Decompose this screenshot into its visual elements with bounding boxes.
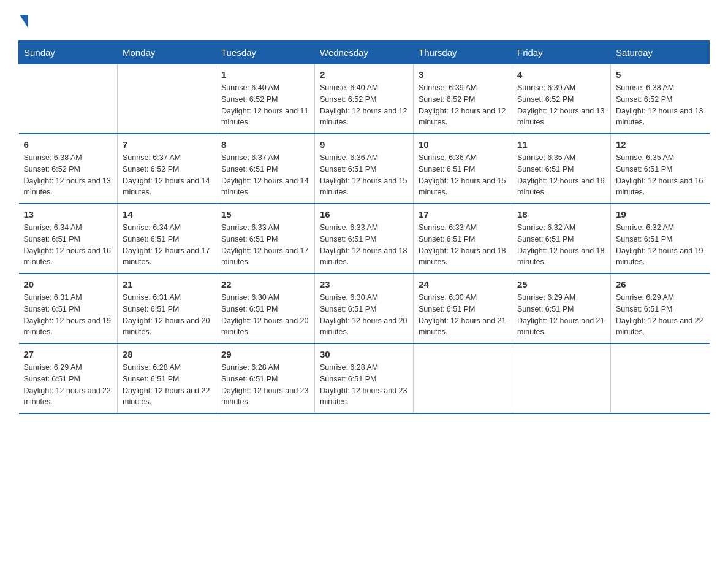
calendar-cell: 26Sunrise: 6:29 AMSunset: 6:51 PMDayligh… [611,274,710,343]
calendar-cell: 21Sunrise: 6:31 AMSunset: 6:51 PMDayligh… [118,274,216,343]
weekday-header-saturday: Saturday [611,41,710,64]
weekday-header-tuesday: Tuesday [216,41,315,64]
day-info: Sunrise: 6:40 AMSunset: 6:52 PMDaylight:… [221,82,309,128]
calendar-cell: 19Sunrise: 6:32 AMSunset: 6:51 PMDayligh… [611,204,710,274]
calendar-cell: 15Sunrise: 6:33 AMSunset: 6:51 PMDayligh… [216,204,315,274]
day-number: 8 [221,139,309,150]
calendar-cell: 24Sunrise: 6:30 AMSunset: 6:51 PMDayligh… [414,274,512,343]
calendar-cell [611,343,710,413]
calendar-cell: 10Sunrise: 6:36 AMSunset: 6:51 PMDayligh… [414,134,512,204]
calendar-cell: 18Sunrise: 6:32 AMSunset: 6:51 PMDayligh… [512,204,611,274]
header [18,12,710,28]
calendar-cell: 22Sunrise: 6:30 AMSunset: 6:51 PMDayligh… [216,274,315,343]
day-info: Sunrise: 6:30 AMSunset: 6:51 PMDaylight:… [320,292,408,338]
day-info: Sunrise: 6:36 AMSunset: 6:51 PMDaylight:… [320,152,408,198]
calendar-cell: 4Sunrise: 6:39 AMSunset: 6:52 PMDaylight… [512,64,611,134]
day-number: 12 [616,139,705,150]
day-number: 20 [24,279,113,289]
calendar-cell [19,64,118,134]
day-info: Sunrise: 6:33 AMSunset: 6:51 PMDaylight:… [419,222,507,268]
calendar-cell: 1Sunrise: 6:40 AMSunset: 6:52 PMDaylight… [216,64,315,134]
day-number: 23 [320,279,408,289]
day-number: 22 [221,279,309,289]
day-info: Sunrise: 6:35 AMSunset: 6:51 PMDaylight:… [517,152,605,198]
weekday-header-thursday: Thursday [414,41,512,64]
day-number: 30 [320,349,408,359]
day-info: Sunrise: 6:29 AMSunset: 6:51 PMDaylight:… [517,292,605,338]
day-info: Sunrise: 6:30 AMSunset: 6:51 PMDaylight:… [221,292,309,338]
calendar-table: SundayMondayTuesdayWednesdayThursdayFrid… [18,40,710,414]
day-number: 21 [123,279,211,289]
day-number: 15 [221,209,309,220]
day-info: Sunrise: 6:38 AMSunset: 6:52 PMDaylight:… [616,82,705,128]
calendar-cell: 29Sunrise: 6:28 AMSunset: 6:51 PMDayligh… [216,343,315,413]
week-row-4: 20Sunrise: 6:31 AMSunset: 6:51 PMDayligh… [19,274,710,343]
calendar-cell [118,64,216,134]
day-number: 29 [221,349,309,359]
day-number: 1 [221,69,309,80]
day-number: 19 [616,209,705,220]
calendar-cell: 30Sunrise: 6:28 AMSunset: 6:51 PMDayligh… [315,343,414,413]
day-number: 9 [320,139,408,150]
day-info: Sunrise: 6:39 AMSunset: 6:52 PMDaylight:… [419,82,507,128]
calendar-cell: 6Sunrise: 6:38 AMSunset: 6:52 PMDaylight… [19,134,118,204]
day-info: Sunrise: 6:30 AMSunset: 6:51 PMDaylight:… [419,292,507,338]
day-info: Sunrise: 6:40 AMSunset: 6:52 PMDaylight:… [320,82,408,128]
day-info: Sunrise: 6:32 AMSunset: 6:51 PMDaylight:… [517,222,605,268]
day-info: Sunrise: 6:34 AMSunset: 6:51 PMDaylight:… [123,222,211,268]
weekday-header-row: SundayMondayTuesdayWednesdayThursdayFrid… [19,41,710,64]
weekday-header-friday: Friday [512,41,611,64]
day-info: Sunrise: 6:29 AMSunset: 6:51 PMDaylight:… [616,292,705,338]
calendar-cell: 28Sunrise: 6:28 AMSunset: 6:51 PMDayligh… [118,343,216,413]
weekday-header-monday: Monday [118,41,216,64]
day-info: Sunrise: 6:31 AMSunset: 6:51 PMDaylight:… [24,292,113,338]
calendar-cell: 17Sunrise: 6:33 AMSunset: 6:51 PMDayligh… [414,204,512,274]
day-info: Sunrise: 6:28 AMSunset: 6:51 PMDaylight:… [221,362,309,408]
weekday-header-sunday: Sunday [19,41,118,64]
day-info: Sunrise: 6:35 AMSunset: 6:51 PMDaylight:… [616,152,705,198]
calendar-cell [512,343,611,413]
day-info: Sunrise: 6:34 AMSunset: 6:51 PMDaylight:… [24,222,113,268]
day-info: Sunrise: 6:28 AMSunset: 6:51 PMDaylight:… [123,362,211,408]
day-info: Sunrise: 6:31 AMSunset: 6:51 PMDaylight:… [123,292,211,338]
day-info: Sunrise: 6:37 AMSunset: 6:52 PMDaylight:… [123,152,211,198]
calendar-cell: 8Sunrise: 6:37 AMSunset: 6:51 PMDaylight… [216,134,315,204]
weekday-header-wednesday: Wednesday [315,41,414,64]
day-info: Sunrise: 6:36 AMSunset: 6:51 PMDaylight:… [419,152,507,198]
day-info: Sunrise: 6:33 AMSunset: 6:51 PMDaylight:… [320,222,408,268]
day-number: 24 [419,279,507,289]
day-number: 25 [517,279,605,289]
day-number: 28 [123,349,211,359]
day-number: 16 [320,209,408,220]
calendar-cell: 27Sunrise: 6:29 AMSunset: 6:51 PMDayligh… [19,343,118,413]
day-number: 14 [123,209,211,220]
calendar-cell: 16Sunrise: 6:33 AMSunset: 6:51 PMDayligh… [315,204,414,274]
week-row-2: 6Sunrise: 6:38 AMSunset: 6:52 PMDaylight… [19,134,710,204]
day-info: Sunrise: 6:29 AMSunset: 6:51 PMDaylight:… [24,362,113,408]
day-info: Sunrise: 6:32 AMSunset: 6:51 PMDaylight:… [616,222,705,268]
calendar-cell: 9Sunrise: 6:36 AMSunset: 6:51 PMDaylight… [315,134,414,204]
calendar-cell: 2Sunrise: 6:40 AMSunset: 6:52 PMDaylight… [315,64,414,134]
day-number: 27 [24,349,113,359]
calendar-cell: 20Sunrise: 6:31 AMSunset: 6:51 PMDayligh… [19,274,118,343]
calendar-cell [414,343,512,413]
day-number: 26 [616,279,705,289]
logo-arrow-icon [20,15,28,28]
day-number: 6 [24,139,113,150]
calendar-cell: 12Sunrise: 6:35 AMSunset: 6:51 PMDayligh… [611,134,710,204]
week-row-3: 13Sunrise: 6:34 AMSunset: 6:51 PMDayligh… [19,204,710,274]
day-number: 13 [24,209,113,220]
calendar-cell: 25Sunrise: 6:29 AMSunset: 6:51 PMDayligh… [512,274,611,343]
day-number: 17 [419,209,507,220]
calendar-cell: 11Sunrise: 6:35 AMSunset: 6:51 PMDayligh… [512,134,611,204]
week-row-5: 27Sunrise: 6:29 AMSunset: 6:51 PMDayligh… [19,343,710,413]
day-info: Sunrise: 6:39 AMSunset: 6:52 PMDaylight:… [517,82,605,128]
day-number: 5 [616,69,705,80]
day-number: 2 [320,69,408,80]
week-row-1: 1Sunrise: 6:40 AMSunset: 6:52 PMDaylight… [19,64,710,134]
day-info: Sunrise: 6:37 AMSunset: 6:51 PMDaylight:… [221,152,309,198]
day-number: 18 [517,209,605,220]
day-info: Sunrise: 6:28 AMSunset: 6:51 PMDaylight:… [320,362,408,408]
day-info: Sunrise: 6:33 AMSunset: 6:51 PMDaylight:… [221,222,309,268]
day-number: 10 [419,139,507,150]
